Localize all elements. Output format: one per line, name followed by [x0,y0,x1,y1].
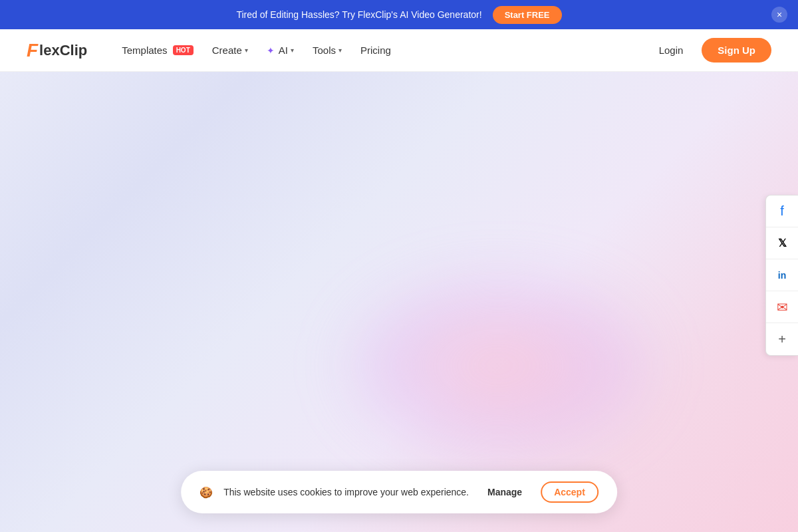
manage-cookies-button[interactable]: Manage [479,483,530,501]
nav-label-tools: Tools [313,45,336,56]
nav-item-create[interactable]: Create ▾ [204,39,256,61]
login-button[interactable]: Login [651,39,692,61]
chevron-down-icon: ▾ [245,47,248,54]
nav-item-ai[interactable]: ✦ AI ▾ [259,39,302,61]
nav-label-ai: AI [279,45,288,56]
logo-wordmark: lexClip [39,42,87,59]
chevron-down-icon-tools: ▾ [338,47,342,54]
hot-badge: HOT [173,45,194,55]
logo[interactable]: F lexClip [27,40,87,61]
facebook-icon: f [780,203,784,219]
signup-button[interactable]: Sign Up [702,38,771,63]
linkedin-icon: in [778,270,786,281]
social-sidebar: f 𝕏 in ✉ + [765,195,798,356]
banner-close-button[interactable]: × [771,7,787,23]
cookie-banner: 🍪 This website uses cookies to improve y… [181,471,617,513]
nav-links: Templates HOT Create ▾ ✦ AI ▾ Tools ▾ Pr… [114,39,650,61]
top-banner: Tired of Editing Hassles? Try FlexClip's… [0,0,798,29]
background-blob [332,266,665,466]
linkedin-share-button[interactable]: in [766,259,798,291]
nav-label-pricing: Pricing [360,45,391,56]
main-content: f 𝕏 in ✉ + 🍪 This website uses cookies t… [0,72,798,532]
twitter-icon: 𝕏 [778,237,787,249]
navbar: F lexClip Templates HOT Create ▾ ✦ AI ▾ … [0,29,798,72]
ai-sparkle-icon: ✦ [267,45,275,56]
nav-label-templates: Templates [122,45,167,56]
chevron-down-icon-ai: ▾ [291,47,294,54]
nav-right: Login Sign Up [651,38,771,63]
plus-icon: + [778,332,786,347]
twitter-share-button[interactable]: 𝕏 [766,227,798,259]
email-share-button[interactable]: ✉ [766,291,798,323]
email-icon: ✉ [777,299,788,315]
banner-text: Tired of Editing Hassles? Try FlexClip's… [236,9,481,20]
nav-item-tools[interactable]: Tools ▾ [305,39,350,61]
facebook-share-button[interactable]: f [766,196,798,227]
banner-cta-button[interactable]: Start FREE [493,6,562,24]
cookie-text: This website uses cookies to improve you… [223,487,469,497]
cookie-emoji: 🍪 [200,486,213,499]
more-share-button[interactable]: + [766,323,798,355]
accept-cookies-button[interactable]: Accept [541,481,598,503]
nav-item-templates[interactable]: Templates HOT [114,39,201,61]
nav-label-create: Create [212,45,242,56]
logo-icon: F [27,40,38,61]
nav-item-pricing[interactable]: Pricing [352,39,399,61]
